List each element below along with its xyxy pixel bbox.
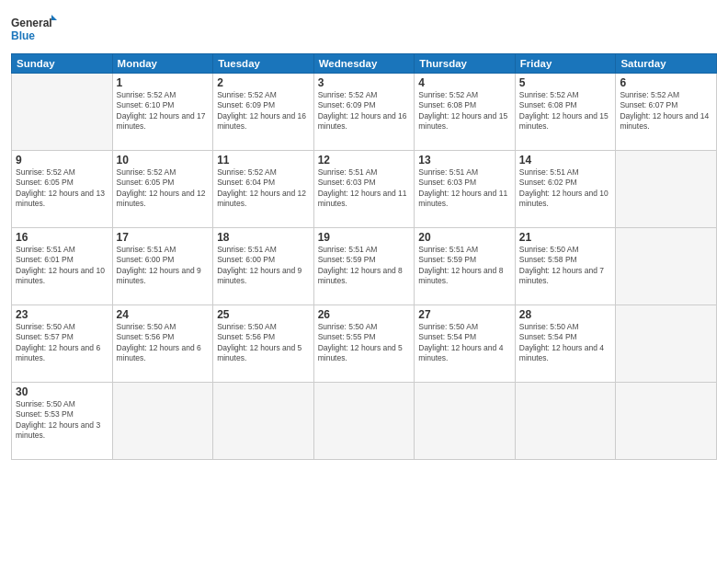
day-number: 19 [318, 231, 411, 244]
calendar-cell: 16 Sunrise: 5:51 AM Sunset: 6:01 PM Dayl… [12, 228, 113, 305]
calendar-cell: 5 Sunrise: 5:52 AM Sunset: 6:08 PM Dayli… [515, 74, 616, 151]
calendar-cell: 26 Sunrise: 5:50 AM Sunset: 5:55 PM Dayl… [313, 305, 415, 383]
calendar-cell: 18 Sunrise: 5:51 AM Sunset: 6:00 PM Dayl… [213, 228, 314, 305]
day-info: Sunrise: 5:52 AM Sunset: 6:08 PM Dayligh… [418, 90, 511, 132]
calendar-cell: 4 Sunrise: 5:52 AM Sunset: 6:08 PM Dayli… [415, 74, 516, 151]
day-info: Sunrise: 5:50 AM Sunset: 5:56 PM Dayligh… [117, 322, 210, 364]
calendar-cell: 9 Sunrise: 5:52 AM Sunset: 6:05 PM Dayli… [12, 151, 113, 228]
svg-marker-2 [51, 15, 57, 20]
calendar-cell: 19 Sunrise: 5:51 AM Sunset: 5:59 PM Dayl… [313, 228, 415, 305]
day-info: Sunrise: 5:52 AM Sunset: 6:08 PM Dayligh… [519, 90, 612, 132]
calendar-cell: 6 Sunrise: 5:52 AM Sunset: 6:07 PM Dayli… [616, 74, 717, 151]
day-number: 28 [519, 308, 612, 321]
svg-text:Blue: Blue [11, 29, 35, 42]
day-info: Sunrise: 5:50 AM Sunset: 5:56 PM Dayligh… [217, 322, 310, 364]
header: General Blue [11, 9, 717, 46]
calendar-cell [313, 383, 415, 460]
day-number: 11 [217, 154, 310, 167]
day-info: Sunrise: 5:52 AM Sunset: 6:07 PM Dayligh… [620, 90, 712, 132]
day-info: Sunrise: 5:52 AM Sunset: 6:04 PM Dayligh… [217, 167, 310, 210]
day-number: 6 [620, 76, 712, 89]
day-info: Sunrise: 5:52 AM Sunset: 6:09 PM Dayligh… [318, 90, 411, 132]
logo: General Blue [11, 13, 57, 46]
day-info: Sunrise: 5:52 AM Sunset: 6:05 PM Dayligh… [16, 167, 108, 210]
day-info: Sunrise: 5:51 AM Sunset: 6:01 PM Dayligh… [16, 245, 108, 287]
day-number: 1 [117, 76, 210, 89]
calendar-cell: 11 Sunrise: 5:52 AM Sunset: 6:04 PM Dayl… [213, 151, 314, 228]
day-number: 25 [217, 308, 310, 321]
day-number: 9 [16, 154, 108, 167]
day-number: 21 [519, 231, 612, 244]
day-of-week-header: Tuesday [213, 54, 314, 74]
day-number: 24 [117, 308, 210, 321]
day-info: Sunrise: 5:51 AM Sunset: 5:59 PM Dayligh… [318, 245, 411, 287]
day-info: Sunrise: 5:50 AM Sunset: 5:54 PM Dayligh… [519, 322, 612, 364]
day-info: Sunrise: 5:50 AM Sunset: 5:57 PM Dayligh… [16, 322, 108, 364]
day-info: Sunrise: 5:52 AM Sunset: 6:10 PM Dayligh… [117, 90, 210, 132]
day-number: 20 [418, 231, 511, 244]
day-info: Sunrise: 5:51 AM Sunset: 6:00 PM Dayligh… [217, 245, 310, 287]
day-number: 27 [418, 308, 511, 321]
day-info: Sunrise: 5:51 AM Sunset: 6:00 PM Dayligh… [117, 245, 210, 287]
day-of-week-header: Saturday [616, 54, 717, 74]
day-number: 30 [16, 385, 108, 398]
day-number: 2 [217, 76, 310, 89]
day-number: 17 [117, 231, 210, 244]
calendar-cell [616, 151, 717, 228]
svg-text:General: General [11, 17, 52, 29]
calendar-cell: 14 Sunrise: 5:51 AM Sunset: 6:02 PM Dayl… [515, 151, 616, 228]
day-info: Sunrise: 5:51 AM Sunset: 6:03 PM Dayligh… [318, 167, 411, 210]
calendar-cell: 3 Sunrise: 5:52 AM Sunset: 6:09 PM Dayli… [313, 74, 415, 151]
calendar-cell: 21 Sunrise: 5:50 AM Sunset: 5:58 PM Dayl… [515, 228, 616, 305]
day-number: 16 [16, 231, 108, 244]
calendar-cell: 24 Sunrise: 5:50 AM Sunset: 5:56 PM Dayl… [112, 305, 213, 383]
day-number: 10 [117, 154, 210, 167]
day-number: 3 [318, 76, 411, 89]
day-number: 14 [519, 154, 612, 167]
day-info: Sunrise: 5:51 AM Sunset: 5:59 PM Dayligh… [418, 245, 511, 287]
day-number: 4 [418, 76, 511, 89]
calendar-cell [112, 383, 213, 460]
calendar-cell: 1 Sunrise: 5:52 AM Sunset: 6:10 PM Dayli… [112, 74, 213, 151]
day-info: Sunrise: 5:50 AM Sunset: 5:58 PM Dayligh… [519, 245, 612, 287]
calendar-cell [616, 383, 717, 460]
calendar-cell: 17 Sunrise: 5:51 AM Sunset: 6:00 PM Dayl… [112, 228, 213, 305]
day-info: Sunrise: 5:51 AM Sunset: 6:02 PM Dayligh… [519, 167, 612, 210]
day-number: 23 [16, 308, 108, 321]
calendar-cell: 2 Sunrise: 5:52 AM Sunset: 6:09 PM Dayli… [213, 74, 314, 151]
day-of-week-header: Wednesday [313, 54, 415, 74]
calendar-cell [415, 383, 516, 460]
day-number: 18 [217, 231, 310, 244]
day-info: Sunrise: 5:50 AM Sunset: 5:55 PM Dayligh… [318, 322, 411, 364]
calendar-container: General Blue SundayMondayTuesdayWednesda… [0, 0, 728, 563]
logo-icon: General Blue [11, 13, 57, 46]
calendar-cell [515, 383, 616, 460]
calendar-cell: 30 Sunrise: 5:50 AM Sunset: 5:53 PM Dayl… [12, 383, 113, 460]
calendar-cell [616, 228, 717, 305]
day-of-week-header: Monday [112, 54, 213, 74]
calendar-table: SundayMondayTuesdayWednesdayThursdayFrid… [11, 53, 717, 460]
day-info: Sunrise: 5:50 AM Sunset: 5:53 PM Dayligh… [16, 399, 108, 442]
day-number: 26 [318, 308, 411, 321]
calendar-cell: 12 Sunrise: 5:51 AM Sunset: 6:03 PM Dayl… [313, 151, 415, 228]
day-of-week-header: Friday [515, 54, 616, 74]
day-info: Sunrise: 5:51 AM Sunset: 6:03 PM Dayligh… [418, 167, 511, 210]
calendar-cell [616, 305, 717, 383]
day-number: 12 [318, 154, 411, 167]
day-info: Sunrise: 5:52 AM Sunset: 6:05 PM Dayligh… [117, 167, 210, 210]
day-number: 13 [418, 154, 511, 167]
calendar-cell: 28 Sunrise: 5:50 AM Sunset: 5:54 PM Dayl… [515, 305, 616, 383]
calendar-cell: 23 Sunrise: 5:50 AM Sunset: 5:57 PM Dayl… [12, 305, 113, 383]
calendar-cell [213, 383, 314, 460]
calendar-cell: 25 Sunrise: 5:50 AM Sunset: 5:56 PM Dayl… [213, 305, 314, 383]
calendar-cell [12, 74, 113, 151]
day-info: Sunrise: 5:52 AM Sunset: 6:09 PM Dayligh… [217, 90, 310, 132]
calendar-cell: 27 Sunrise: 5:50 AM Sunset: 5:54 PM Dayl… [415, 305, 516, 383]
calendar-cell: 13 Sunrise: 5:51 AM Sunset: 6:03 PM Dayl… [415, 151, 516, 228]
day-of-week-header: Sunday [12, 54, 113, 74]
calendar-cell: 10 Sunrise: 5:52 AM Sunset: 6:05 PM Dayl… [112, 151, 213, 228]
day-number: 5 [519, 76, 612, 89]
day-of-week-header: Thursday [415, 54, 516, 74]
calendar-cell: 20 Sunrise: 5:51 AM Sunset: 5:59 PM Dayl… [415, 228, 516, 305]
day-info: Sunrise: 5:50 AM Sunset: 5:54 PM Dayligh… [418, 322, 511, 364]
